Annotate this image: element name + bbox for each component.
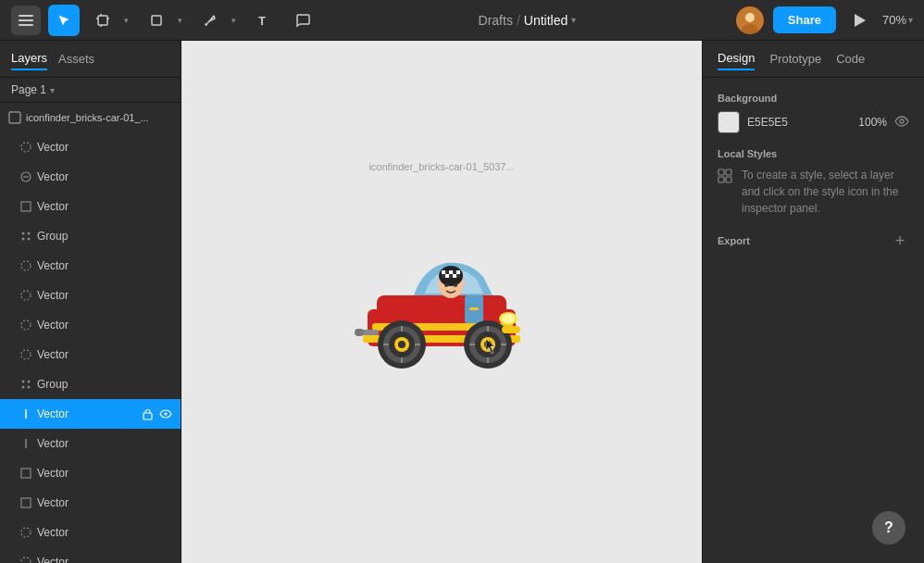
layer-item[interactable]: Vector: [0, 281, 181, 310]
layer-item[interactable]: Vector: [0, 518, 181, 547]
layer-vector-icon: [19, 525, 33, 540]
tab-layers[interactable]: Layers: [11, 47, 47, 70]
pen-tool-group: ▾: [194, 5, 241, 36]
panel-tabs: Layers Assets: [0, 41, 181, 78]
tab-assets[interactable]: Assets: [58, 48, 94, 69]
right-panel-content: Background E5E5E5 100% Local Styles: [703, 78, 924, 563]
frame-tool-dropdown[interactable]: ▾: [119, 5, 133, 36]
lock-icon[interactable]: [140, 407, 155, 421]
background-color-swatch[interactable]: [718, 111, 740, 133]
toolbar: ▾ ▾ ▾ T: [0, 0, 924, 41]
zoom-control[interactable]: 70% ▾: [882, 13, 913, 27]
tab-prototype[interactable]: Prototype: [769, 48, 821, 69]
menu-button[interactable]: [11, 6, 41, 35]
layer-item[interactable]: Vector: [0, 192, 181, 221]
layer-item[interactable]: Vector: [0, 547, 181, 563]
layer-vector-icon: [19, 347, 33, 362]
svg-rect-8: [152, 16, 161, 25]
shape-tool-group: ▾: [141, 5, 187, 36]
layer-name: Vector: [37, 259, 173, 272]
frame-tool-button[interactable]: [87, 5, 119, 36]
select-tool-button[interactable]: [48, 5, 80, 36]
layer-name: Vector: [37, 407, 136, 420]
svg-rect-41: [21, 469, 31, 478]
svg-rect-16: [9, 112, 20, 123]
background-color-hex: E5E5E5: [747, 116, 851, 129]
svg-point-32: [21, 350, 31, 359]
layer-item[interactable]: Vector: [0, 132, 181, 162]
layer-item[interactable]: Group: [0, 369, 181, 399]
shape-tool-button[interactable]: [141, 5, 172, 36]
avatar[interactable]: [736, 6, 764, 34]
canvas-frame-label: iconfinder_bricks-car-01_5037...: [368, 161, 514, 172]
text-tool-button[interactable]: T: [248, 5, 280, 36]
toolbar-right: Share 70% ▾: [736, 6, 913, 34]
layer-vector-icon: [19, 288, 33, 303]
shape-tool-dropdown[interactable]: ▾: [172, 5, 187, 36]
layer-item[interactable]: Vector: [0, 458, 181, 488]
layer-item[interactable]: Group: [0, 221, 181, 251]
svg-point-64: [454, 283, 457, 287]
background-visibility-icon[interactable]: [894, 115, 909, 130]
play-button[interactable]: [845, 6, 873, 34]
layer-name: Vector: [37, 289, 173, 302]
page-selector[interactable]: Page 1 ▾: [0, 78, 181, 103]
pen-tool-button[interactable]: [194, 5, 226, 36]
layer-name: Vector: [37, 170, 173, 183]
svg-rect-38: [144, 413, 152, 419]
visibility-icon[interactable]: [158, 407, 173, 421]
layer-vector-icon: [19, 169, 33, 184]
layer-item[interactable]: Vector: [0, 340, 181, 369]
breadcrumb-dropdown-icon: ▾: [571, 15, 576, 25]
share-button[interactable]: Share: [773, 6, 836, 33]
layer-name: Vector: [37, 200, 173, 213]
svg-point-43: [21, 528, 31, 537]
layer-name: Vector: [37, 496, 173, 509]
right-panel: Design Prototype Code Background E5E5E5 …: [702, 41, 924, 563]
svg-rect-94: [718, 177, 724, 182]
layer-vector-icon: [19, 407, 33, 421]
layer-name: Vector: [37, 556, 173, 563]
canvas-area[interactable]: iconfinder_bricks-car-01_5037...: [181, 41, 702, 563]
svg-rect-0: [19, 15, 33, 17]
export-add-button[interactable]: +: [891, 231, 909, 250]
breadcrumb-current[interactable]: Untitled ▾: [524, 13, 576, 28]
comment-tool-button[interactable]: [287, 5, 318, 36]
layer-vector-icon: [19, 140, 33, 155]
layer-item[interactable]: Vector: [0, 488, 181, 518]
tab-design[interactable]: Design: [718, 47, 755, 70]
svg-point-28: [28, 238, 31, 241]
svg-point-34: [28, 381, 31, 383]
layer-name: Group: [37, 378, 173, 391]
background-section: Background E5E5E5 100%: [718, 93, 909, 133]
local-styles-label: Local Styles: [718, 148, 909, 159]
layer-item[interactable]: Vector: [0, 429, 181, 458]
layer-vector-icon: [19, 318, 33, 332]
tab-code[interactable]: Code: [836, 48, 865, 69]
layer-name: Vector: [37, 467, 173, 480]
svg-rect-60: [449, 274, 453, 278]
main-area: Layers Assets Page 1 ▾ iconfinder_bricks…: [0, 41, 924, 563]
layer-item[interactable]: Vector: [0, 310, 181, 340]
svg-rect-62: [456, 274, 460, 278]
pen-tool-dropdown[interactable]: ▾: [226, 5, 241, 36]
svg-rect-58: [442, 274, 445, 278]
svg-rect-24: [21, 202, 31, 211]
layer-item[interactable]: Vector: [0, 251, 181, 281]
svg-rect-93: [726, 169, 731, 175]
svg-point-13: [745, 13, 755, 22]
svg-rect-61: [453, 274, 456, 278]
layer-item[interactable]: Vector: [0, 162, 181, 192]
svg-point-35: [22, 386, 25, 389]
svg-point-29: [21, 261, 31, 270]
svg-point-31: [21, 320, 31, 330]
layer-vector-icon: [19, 555, 33, 563]
help-button[interactable]: ?: [872, 511, 905, 544]
layer-item-selected[interactable]: Vector: [0, 399, 181, 429]
layer-name: Group: [37, 230, 173, 243]
breadcrumb-drafts[interactable]: Drafts: [479, 13, 513, 28]
top-layer-item[interactable]: iconfinder_bricks-car-01_...: [0, 103, 181, 132]
svg-rect-55: [449, 270, 453, 274]
layer-vector-icon: [19, 466, 33, 481]
layer-name: Vector: [37, 141, 173, 154]
